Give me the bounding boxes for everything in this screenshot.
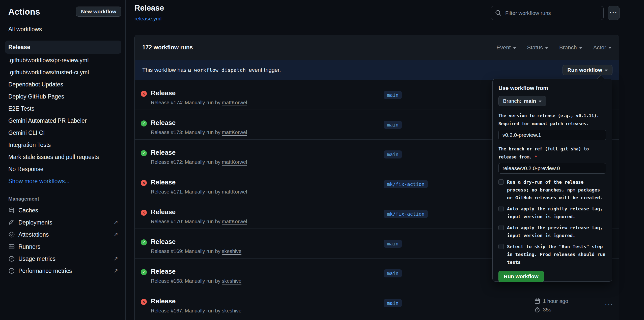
sidebar-item-workflow[interactable]: Integration Tests — [5, 139, 121, 151]
run-description: Release #168: Manually run by skeshive — [151, 278, 241, 284]
divider — [5, 190, 121, 190]
sidebar-item-workflow[interactable]: .github/workflows/pr-review.yml — [5, 54, 121, 66]
cache-icon — [8, 207, 15, 214]
filter-dropdown[interactable]: Branch — [559, 44, 582, 51]
sidebar-item-workflow[interactable]: Gemini CLI CI — [5, 127, 121, 139]
workflow-list: Release .github/workflows/pr-review.yml … — [5, 41, 121, 187]
management-section-label: Management — [5, 193, 121, 204]
run-actor-link[interactable]: skeshive — [222, 278, 241, 284]
run-status-icon — [141, 91, 147, 97]
checkbox[interactable] — [498, 179, 504, 185]
branch-badge[interactable]: main — [384, 150, 402, 158]
sidebar-item-management[interactable]: Performance metrics ↗ — [5, 265, 121, 277]
ref-input-help: The branch or ref (full git sha) to rele… — [498, 145, 606, 161]
run-status-icon — [141, 210, 147, 216]
sidebar-item-workflow[interactable]: Gemini Automated PR Labeler — [5, 115, 121, 127]
sidebar-item-all-workflows[interactable]: All workflows — [5, 23, 121, 35]
server-icon — [8, 243, 15, 250]
run-status-icon — [141, 239, 147, 245]
run-description: Release #174: Manually run by mattKorwel — [151, 100, 247, 106]
management-item-label: Attestations — [18, 231, 114, 238]
run-description: Release #172: Manually run by mattKorwel — [151, 159, 247, 165]
ref-input[interactable] — [498, 163, 606, 174]
checkbox[interactable] — [498, 244, 504, 249]
run-actor-link[interactable]: mattKorwel — [222, 189, 247, 195]
filter-runs-input[interactable] — [491, 6, 604, 20]
workflow-options-button[interactable]: ··· — [608, 6, 620, 20]
chevron-down-icon — [608, 47, 611, 49]
run-title-link[interactable]: Release — [151, 297, 176, 305]
run-meta: 1 hour ago 35s — [534, 297, 568, 314]
filter-dropdown[interactable]: Status — [527, 44, 548, 51]
run-filters: Event Status Branch Actor — [496, 44, 611, 51]
branch-badge[interactable]: main — [384, 91, 402, 99]
banner-code: workflow_dispatch — [194, 67, 246, 73]
checkbox-label: Run a dry-run of the release process; no… — [507, 178, 606, 202]
run-workflow-dialog: Use workflow from Branch:main The versio… — [492, 79, 612, 282]
branch-badge[interactable]: mk/fix-action — [384, 180, 428, 188]
new-workflow-button[interactable]: New workflow — [76, 7, 121, 17]
run-status-icon — [141, 150, 147, 156]
checkbox[interactable] — [498, 206, 504, 211]
sidebar-item-workflow[interactable]: .github/workflows/trusted-ci.yml — [5, 66, 121, 78]
run-actor-link[interactable]: mattKorwel — [222, 130, 247, 135]
external-link-icon: ↗ — [114, 268, 118, 274]
run-actor-link[interactable]: mattKorwel — [222, 159, 247, 165]
sidebar-item-workflow[interactable]: Release — [5, 41, 121, 54]
checkbox[interactable] — [498, 225, 504, 230]
workflow-dispatch-banner: This workflow has a workflow_dispatch ev… — [135, 60, 619, 80]
run-workflow-submit-button[interactable]: Run workflow — [498, 271, 544, 282]
dialog-checkbox-row: Auto apply the nightly release tag, inpu… — [498, 205, 606, 220]
run-title-link[interactable]: Release — [151, 238, 176, 246]
branch-badge[interactable]: mk/fix-action — [384, 210, 428, 218]
run-actor-link[interactable]: skeshive — [222, 308, 241, 313]
workflow-file-link[interactable]: release.yml — [134, 16, 161, 22]
run-status-icon — [141, 299, 147, 305]
checkbox-label: Select to skip the "Run Tests" step in t… — [507, 243, 606, 266]
calendar-icon — [534, 298, 540, 304]
sidebar-item-workflow[interactable]: No Response — [5, 163, 121, 175]
sidebar-item-management[interactable]: Deployments ↗ — [5, 216, 121, 229]
run-description: Release #173: Manually run by mattKorwel — [151, 130, 247, 135]
run-title-link[interactable]: Release — [151, 89, 176, 97]
run-actor-link[interactable]: mattKorwel — [222, 219, 247, 224]
sidebar-item-workflow[interactable]: Show more workflows... — [5, 175, 121, 187]
sidebar-item-management[interactable]: Caches — [5, 204, 121, 216]
sidebar-item-workflow[interactable]: E2E Tests — [5, 103, 121, 115]
run-actor-link[interactable]: mattKorwel — [222, 100, 247, 105]
sidebar-item-management[interactable]: Usage metrics ↗ — [5, 253, 121, 265]
run-title-link[interactable]: Release — [151, 268, 176, 275]
branch-badge[interactable]: main — [384, 269, 402, 277]
meter-icon — [8, 268, 15, 274]
sidebar-item-workflow[interactable]: Mark stale issues and pull requests — [5, 151, 121, 163]
runs-card-header: 172 workflow runs Event Status Branch — [135, 35, 619, 60]
branch-badge[interactable]: main — [384, 121, 402, 129]
checkbox-label: Auto apply the nightly release tag, inpu… — [507, 205, 606, 220]
sidebar-item-management[interactable]: Attestations ↗ — [5, 229, 121, 241]
chevron-down-icon — [605, 70, 608, 71]
run-title-link[interactable]: Release — [151, 149, 176, 156]
filter-dropdown[interactable]: Event — [496, 44, 516, 51]
run-title-link[interactable]: Release — [151, 178, 176, 186]
filter-dropdown[interactable]: Actor — [593, 44, 611, 51]
run-title-link[interactable]: Release — [151, 119, 176, 127]
sidebar-item-management[interactable]: Runners — [5, 241, 121, 253]
chevron-down-icon — [545, 47, 548, 49]
run-title-link[interactable]: Release — [151, 208, 176, 216]
checkbox-label: Auto apply the preview release tag, inpu… — [507, 224, 606, 239]
management-item-label: Deployments — [18, 219, 114, 226]
run-workflow-dropdown-button[interactable]: Run workflow — [563, 65, 612, 75]
branch-selector-button[interactable]: Branch:main — [498, 96, 546, 106]
sidebar-item-workflow[interactable]: Dependabot Updates — [5, 78, 121, 90]
run-options-button[interactable]: ··· — [600, 299, 618, 308]
branch-badge[interactable]: main — [384, 240, 402, 248]
sidebar-item-workflow[interactable]: Deploy GitHub Pages — [5, 90, 121, 103]
workflow-run-row[interactable]: Release Release #167: Manually run by sk… — [135, 288, 619, 318]
run-description: Release #171: Manually run by mattKorwel — [151, 189, 247, 195]
banner-text-prefix: This workflow has a — [142, 67, 191, 73]
external-link-icon: ↗ — [114, 231, 118, 238]
run-actor-link[interactable]: skeshive — [222, 248, 241, 254]
branch-badge[interactable]: main — [384, 299, 402, 307]
run-status-icon — [141, 180, 147, 186]
version-input[interactable] — [498, 130, 606, 140]
